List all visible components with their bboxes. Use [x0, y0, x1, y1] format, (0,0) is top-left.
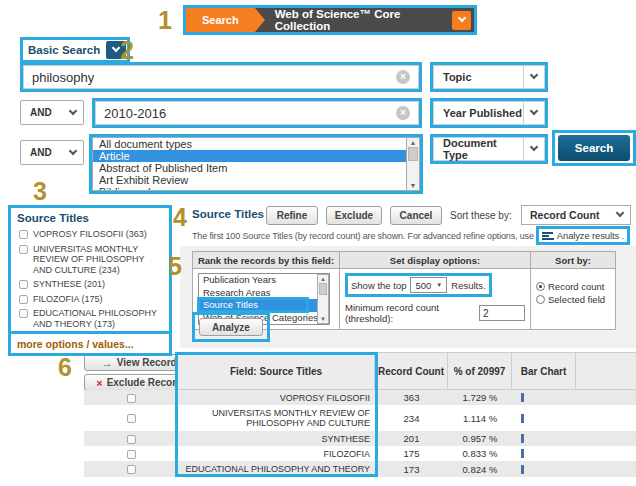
radio-checked-icon[interactable]: [536, 282, 545, 291]
show-top-label: Show the top: [351, 280, 406, 291]
operator-label: AND: [21, 147, 63, 158]
database-selector-bar: Search Web of Science™ Core Collection: [183, 5, 477, 35]
exclude-button-label: Exclude: [335, 210, 373, 221]
table-row: EDUCATIONAL PHILOSOPHY AND THEORY 173 0.…: [84, 461, 636, 477]
bar-chart-tick: [521, 393, 524, 402]
refine-item-label: VOPROSY FILOSOFII (363): [33, 229, 147, 240]
doc-type-option[interactable]: All document types: [93, 138, 406, 150]
collection-dropdown-button[interactable]: [452, 11, 471, 30]
cancel-button[interactable]: Cancel: [390, 206, 442, 225]
refine-item: VOPROSY FILOSOFII (363): [11, 227, 169, 242]
table-row: SYNTHESE 201 0.957 %: [84, 431, 636, 446]
refine-item: EDUCATIONAL PHILOSOPHY AND THEORY (173): [11, 306, 169, 331]
sort-by-body: Record count Selected field: [531, 269, 615, 311]
cancel-button-label: Cancel: [400, 210, 433, 221]
results-note-text: The first 100 Source Titles (by record c…: [192, 231, 534, 241]
sort-by-value: Record Count: [522, 209, 610, 221]
topic-input[interactable]: [23, 65, 419, 89]
chevron-down-icon[interactable]: [523, 101, 545, 125]
bar-chart-tick: [521, 449, 524, 458]
radio-unchecked-icon[interactable]: [536, 295, 545, 304]
search-type-selector[interactable]: Basic Search: [20, 37, 130, 63]
refine-button[interactable]: Refine: [266, 206, 318, 225]
threshold-input[interactable]: [479, 305, 525, 321]
rank-option-selected[interactable]: Source Titles: [199, 299, 317, 312]
doc-type-option[interactable]: Abstract of Published Item: [93, 162, 406, 174]
radio-label: Record count: [548, 281, 605, 292]
refine-item: SYNTHESE (201): [11, 277, 169, 292]
year-published-input[interactable]: [95, 101, 419, 125]
scrollbar-thumb[interactable]: [319, 283, 327, 295]
sort-radio-record-count[interactable]: Record count: [536, 281, 610, 292]
document-type-options: All document types Article Abstract of P…: [92, 137, 406, 191]
bar-chart-icon: [542, 232, 554, 240]
checkbox[interactable]: [19, 309, 28, 318]
scroll-up-icon[interactable]: ▲: [410, 139, 417, 146]
field-selector-year[interactable]: Year Published: [430, 98, 548, 128]
refine-item: UNIVERSITAS MONTHLY REVIEW OF PHILOSOPHY…: [11, 242, 169, 278]
analyze-button[interactable]: Analyze: [199, 318, 263, 336]
exclude-button[interactable]: Exclude: [326, 206, 382, 225]
row-field: VOPROSY FILOSOFII: [178, 393, 375, 403]
field-selector-doctype[interactable]: Document Type: [430, 134, 548, 164]
scroll-down-icon[interactable]: ▼: [320, 316, 326, 322]
annotation-5: 5: [168, 252, 182, 281]
checkbox[interactable]: [127, 450, 136, 459]
row-field: UNIVERSITAS MONTHLY REVIEW OF PHILOSOPHY…: [178, 408, 375, 428]
scrollbar[interactable]: ▲ ▼: [406, 137, 420, 191]
scroll-up-icon[interactable]: ▲: [320, 276, 326, 282]
doc-type-option-selected[interactable]: Article: [93, 150, 406, 162]
collection-selector[interactable]: Web of Science™ Core Collection: [255, 8, 444, 32]
field-selector-doctype-label: Document Type: [433, 137, 523, 161]
refine-panel-title: Source Titles: [11, 208, 169, 227]
row-count: 234: [375, 413, 448, 424]
threshold-label: Minimum record count (threshold):: [345, 302, 475, 324]
bar-chart-tick: [521, 414, 524, 423]
doc-type-option[interactable]: Bibliography: [93, 186, 406, 191]
scrollbar-thumb[interactable]: [408, 147, 418, 161]
checkbox[interactable]: [127, 414, 136, 423]
checkbox[interactable]: [19, 280, 28, 289]
chevron-down-icon[interactable]: [610, 214, 630, 216]
refine-item-label: FILOZOFIA (175): [33, 294, 103, 305]
more-options-link[interactable]: more options / values...: [11, 331, 169, 353]
operator-selector-row3[interactable]: AND: [20, 140, 84, 165]
rank-option[interactable]: Publication Years: [199, 274, 317, 287]
checkbox[interactable]: [19, 295, 28, 304]
analyze-results-link[interactable]: Analyze results .: [557, 230, 624, 241]
display-options-body: Show the top 500 ▼ Results. Minimum reco…: [340, 269, 530, 328]
scroll-down-icon[interactable]: ▼: [410, 182, 417, 189]
search-tab[interactable]: Search: [186, 8, 255, 32]
checkbox[interactable]: [19, 245, 28, 254]
checkbox[interactable]: [127, 435, 136, 444]
analyze-button-highlight: Analyze: [192, 312, 270, 342]
refine-item-label: EDUCATIONAL PHILOSOPHY AND THEORY (173): [33, 308, 165, 329]
checkbox[interactable]: [19, 230, 28, 239]
search-button[interactable]: Search: [558, 135, 630, 161]
refine-item-label: UNIVERSITAS MONTHLY REVIEW OF PHILOSOPHY…: [33, 244, 165, 276]
chevron-down-icon[interactable]: [523, 137, 545, 161]
operator-selector-row2[interactable]: AND: [20, 100, 84, 125]
field-selector-topic[interactable]: Topic: [430, 62, 548, 92]
bar-chart-tick: [521, 434, 524, 443]
checkbox[interactable]: [127, 394, 136, 403]
clear-icon[interactable]: ×: [396, 106, 410, 120]
rank-option[interactable]: Research Areas: [199, 287, 317, 300]
column-header-record-count: Record Count: [375, 353, 448, 389]
show-top-select[interactable]: 500 ▼: [410, 277, 447, 293]
refine-button-label: Refine: [277, 210, 308, 221]
dropdown-triangle-icon: ▼: [436, 282, 442, 288]
radio-label: Selected field: [548, 294, 605, 305]
scrollbar[interactable]: ▲ ▼: [317, 274, 329, 324]
clear-icon[interactable]: ×: [396, 70, 410, 84]
results-note: The first 100 Source Titles (by record c…: [192, 226, 636, 245]
chevron-down-icon: [457, 14, 465, 22]
doc-type-option[interactable]: Art Exhibit Review: [93, 174, 406, 186]
chevron-down-icon[interactable]: [523, 65, 545, 89]
operator-label: AND: [21, 107, 63, 118]
sort-radio-selected-field[interactable]: Selected field: [536, 294, 610, 305]
sort-by-selector[interactable]: Record Count: [521, 205, 631, 225]
checkbox[interactable]: [127, 465, 136, 474]
search-button-highlight: Search: [552, 130, 636, 166]
analyze-section-title: Source Titles: [192, 208, 264, 220]
